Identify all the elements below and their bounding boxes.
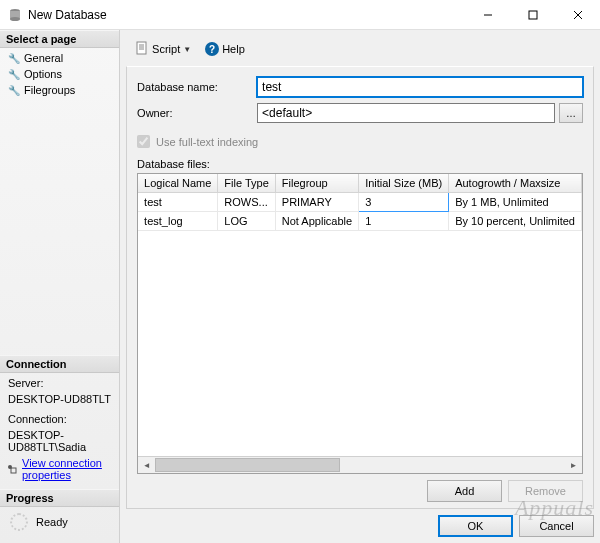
sidebar-item-options[interactable]: 🔧 Options (0, 66, 119, 82)
window-buttons (465, 0, 600, 29)
svg-rect-9 (137, 42, 146, 54)
page-list: 🔧 General 🔧 Options 🔧 Filegroups (0, 48, 119, 104)
scroll-left-button[interactable]: ◄ (138, 457, 155, 473)
sidebar-item-label: Filegroups (24, 84, 75, 96)
cell-autogrowth[interactable]: By 1 MB, Unlimited (449, 193, 582, 212)
dialog-buttons: OK Cancel (126, 509, 594, 537)
horizontal-scrollbar[interactable]: ◄ ► (138, 456, 582, 473)
add-button[interactable]: Add (427, 480, 502, 502)
sidebar-item-general[interactable]: 🔧 General (0, 50, 119, 66)
col-autogrowth[interactable]: Autogrowth / Maxsize (449, 174, 582, 193)
fulltext-checkbox (137, 135, 150, 148)
script-button[interactable]: Script ▼ (130, 38, 196, 60)
db-name-input[interactable] (257, 77, 583, 97)
help-icon: ? (205, 42, 219, 56)
files-label: Database files: (137, 158, 583, 170)
connection-section: Server: DESKTOP-UD88TLT Connection: DESK… (0, 373, 119, 489)
maximize-button[interactable] (510, 0, 555, 29)
help-button[interactable]: ? Help (200, 39, 250, 59)
db-name-row: Database name: (137, 77, 583, 97)
owner-label: Owner: (137, 107, 257, 119)
col-initial-size[interactable]: Initial Size (MB) (359, 174, 449, 193)
connection-value: DESKTOP-UD88TLT\Sadia (0, 427, 119, 455)
wrench-icon: 🔧 (8, 68, 20, 80)
script-label: Script (152, 43, 180, 55)
cell-logical-name[interactable]: test_log (138, 212, 218, 231)
table-row[interactable]: test ROWS... PRIMARY 3 By 1 MB, Unlimite… (138, 193, 581, 212)
content-area: Database name: Owner: … Use full-text in… (126, 66, 594, 509)
progress-status-row: Ready (0, 507, 119, 543)
sidebar-item-label: General (24, 52, 63, 64)
cell-filegroup[interactable]: PRIMARY (275, 193, 358, 212)
svg-rect-4 (529, 11, 537, 19)
select-page-header: Select a page (0, 30, 119, 48)
help-label: Help (222, 43, 245, 55)
svg-rect-8 (11, 468, 16, 473)
spinner-icon (10, 513, 28, 531)
properties-icon (6, 463, 18, 475)
toolbar: Script ▼ ? Help (126, 36, 594, 66)
wrench-icon: 🔧 (8, 84, 20, 96)
fulltext-label: Use full-text indexing (156, 136, 258, 148)
main-panel: Script ▼ ? Help Database name: Owner: … … (120, 30, 600, 543)
remove-button: Remove (508, 480, 583, 502)
wrench-icon: 🔧 (8, 52, 20, 64)
owner-row: Owner: … (137, 103, 583, 123)
database-icon (8, 8, 22, 22)
cell-filegroup[interactable]: Not Applicable (275, 212, 358, 231)
window-title: New Database (28, 8, 465, 22)
scroll-thumb[interactable] (155, 458, 339, 472)
sidebar-item-filegroups[interactable]: 🔧 Filegroups (0, 82, 119, 98)
sidebar-item-label: Options (24, 68, 62, 80)
fulltext-row: Use full-text indexing (137, 135, 583, 148)
owner-browse-button[interactable]: … (559, 103, 583, 123)
scroll-right-button[interactable]: ► (565, 457, 582, 473)
col-file-type[interactable]: File Type (218, 174, 275, 193)
sidebar: Select a page 🔧 General 🔧 Options 🔧 File… (0, 30, 120, 543)
minimize-button[interactable] (465, 0, 510, 29)
cell-file-type[interactable]: ROWS... (218, 193, 275, 212)
titlebar: New Database (0, 0, 600, 30)
server-label: Server: (0, 375, 119, 391)
ok-button[interactable]: OK (438, 515, 513, 537)
grid-actions: Add Remove (137, 480, 583, 502)
owner-input[interactable] (257, 103, 555, 123)
cell-initial-size[interactable]: 3 (359, 193, 449, 212)
table-row[interactable]: test_log LOG Not Applicable 1 By 10 perc… (138, 212, 581, 231)
cancel-button[interactable]: Cancel (519, 515, 594, 537)
close-button[interactable] (555, 0, 600, 29)
progress-status: Ready (36, 516, 68, 528)
col-logical-name[interactable]: Logical Name (138, 174, 218, 193)
scroll-track[interactable] (155, 457, 565, 473)
svg-point-2 (10, 17, 20, 21)
cell-file-type[interactable]: LOG (218, 212, 275, 231)
cell-autogrowth[interactable]: By 10 percent, Unlimited (449, 212, 582, 231)
progress-header: Progress (0, 489, 119, 507)
view-connection-properties-link[interactable]: View connection properties (0, 455, 119, 483)
chevron-down-icon: ▼ (183, 45, 191, 54)
files-table[interactable]: Logical Name File Type Filegroup Initial… (138, 174, 582, 231)
cell-initial-size[interactable]: 1 (359, 212, 449, 231)
cell-logical-name[interactable]: test (138, 193, 218, 212)
connection-header: Connection (0, 355, 119, 373)
link-label: View connection properties (22, 457, 113, 481)
server-value: DESKTOP-UD88TLT (0, 391, 119, 407)
col-filegroup[interactable]: Filegroup (275, 174, 358, 193)
connection-label: Connection: (0, 411, 119, 427)
files-grid: Logical Name File Type Filegroup Initial… (137, 173, 583, 474)
script-icon (135, 41, 149, 57)
db-name-label: Database name: (137, 81, 257, 93)
